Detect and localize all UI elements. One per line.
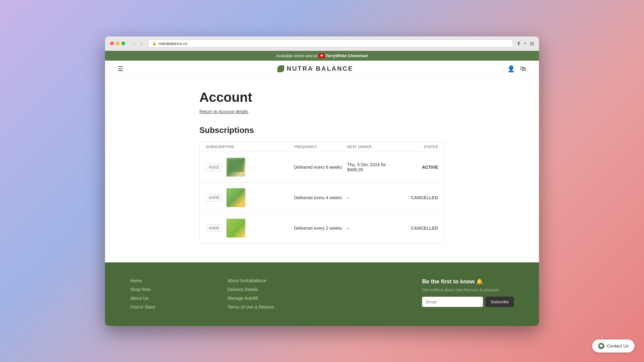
main-nav: ☰ NUTRA BALANCE 👤 🛍 bbox=[105, 61, 539, 77]
site-footer: Home Shop Now About Us Find in Store Abo… bbox=[105, 262, 539, 326]
subscription-frequency: Delivered every 6 weeks bbox=[294, 165, 347, 170]
footer-link-about-nutra[interactable]: About Nutrabalance bbox=[227, 278, 312, 283]
newsletter-form: Subscribe bbox=[422, 297, 514, 307]
subscription-status: CANCELLED bbox=[400, 226, 438, 231]
footer-col-2: About Nutrabalance Delivery Details Mana… bbox=[227, 278, 312, 313]
footer-link-home[interactable]: Home bbox=[130, 278, 215, 283]
browser-toolbar: ‹ › 🔒 nutrabalance.co ⬆ + ⊞ bbox=[105, 36, 539, 51]
address-bar[interactable]: 🔒 nutrabalance.co bbox=[148, 40, 513, 47]
forward-button[interactable]: › bbox=[139, 40, 144, 47]
newsletter-subtext: Get notified about new flavours & produc… bbox=[422, 288, 514, 292]
url-text: nutrabalance.co bbox=[158, 41, 188, 46]
partner-name: TerryWhite Chemmart bbox=[325, 53, 368, 58]
nav-icons: 👤 🛍 bbox=[507, 65, 526, 73]
logo-leaf-icon bbox=[277, 65, 284, 72]
tabs-icon[interactable]: ⊞ bbox=[530, 41, 534, 47]
footer-col-3 bbox=[325, 278, 409, 313]
subscription-id-cell: #1012 bbox=[206, 158, 294, 177]
subscription-id: #1033 bbox=[206, 194, 222, 201]
header-frequency: FREQUENCY bbox=[294, 145, 347, 149]
partner-icon: ✚ bbox=[319, 53, 324, 58]
footer-link-find[interactable]: Find in Store bbox=[130, 304, 215, 310]
header-status: STATUS bbox=[400, 145, 438, 149]
return-link[interactable]: Return to Account details bbox=[199, 109, 248, 114]
browser-window: ‹ › 🔒 nutrabalance.co ⬆ + ⊞ Available on… bbox=[105, 36, 539, 326]
product-image bbox=[226, 219, 245, 238]
banner-text: Available online and at bbox=[276, 53, 317, 58]
subscription-id: #1012 bbox=[206, 163, 222, 171]
subscription-status: CANCELLED bbox=[400, 195, 438, 200]
footer-link-about[interactable]: About Us bbox=[130, 296, 215, 301]
menu-icon[interactable]: ☰ bbox=[118, 65, 123, 73]
footer-link-terms[interactable]: Terms of Use & Returns bbox=[227, 304, 312, 310]
newsletter-email-input[interactable] bbox=[422, 297, 483, 307]
subscription-frequency: Delivered every 2 weeks bbox=[294, 226, 347, 231]
contact-us-bubble[interactable]: 💬 Contact Us bbox=[592, 339, 635, 353]
product-image bbox=[226, 188, 245, 207]
contact-bubble-icon: 💬 bbox=[598, 343, 604, 349]
footer-link-autofill[interactable]: Manage Autofill bbox=[227, 296, 312, 301]
account-icon[interactable]: 👤 bbox=[507, 65, 515, 73]
subscriptions-heading: Subscriptions bbox=[199, 125, 445, 135]
subscription-next-order: – bbox=[347, 195, 400, 200]
browser-dots bbox=[110, 41, 125, 45]
table-header: SUBSCRIPTION FREQUENCY NEXT ORDER STATUS bbox=[200, 142, 444, 152]
page-title: Account bbox=[199, 90, 445, 105]
browser-nav: ‹ › bbox=[131, 40, 144, 47]
lock-icon: 🔒 bbox=[152, 41, 157, 46]
product-image bbox=[226, 158, 245, 177]
footer-newsletter: Be the first to know 🔔 Get notified abou… bbox=[422, 278, 514, 313]
back-button[interactable]: ‹ bbox=[131, 40, 137, 47]
table-row[interactable]: #1033 Delivered every 4 weeks – CANCELLE… bbox=[200, 183, 444, 213]
subscription-next-order: – bbox=[347, 226, 400, 231]
subscription-id-cell: #1032 bbox=[206, 219, 294, 238]
header-next-order: NEXT ORDER bbox=[347, 145, 400, 149]
newsletter-heading: Be the first to know 🔔 bbox=[422, 278, 514, 285]
footer-link-delivery[interactable]: Delivery Details bbox=[227, 287, 312, 292]
footer-col-1: Home Shop Now About Us Find in Store bbox=[130, 278, 215, 313]
product-visual bbox=[226, 219, 245, 238]
subscription-next-order: Thu, 5 Dec 2024 for $406.05 bbox=[347, 162, 400, 172]
cart-icon[interactable]: 🛍 bbox=[520, 65, 526, 72]
browser-actions: ⬆ + ⊞ bbox=[517, 41, 534, 47]
newsletter-subscribe-button[interactable]: Subscribe bbox=[486, 297, 514, 307]
site-logo: NUTRA BALANCE bbox=[277, 65, 353, 72]
subscription-status: ACTIVE bbox=[400, 165, 438, 170]
table-row[interactable]: #1012 Delivered every 6 weeks Thu, 5 Dec… bbox=[200, 152, 444, 183]
subscription-frequency: Delivered every 4 weeks bbox=[294, 195, 347, 200]
main-content: Account Return to Account details Subscr… bbox=[105, 77, 539, 262]
product-visual bbox=[226, 158, 245, 177]
contact-bubble-label: Contact Us bbox=[607, 343, 629, 348]
product-visual bbox=[226, 188, 245, 207]
share-icon[interactable]: ⬆ bbox=[517, 41, 521, 47]
top-banner: Available online and at ✚ TerryWhite Che… bbox=[105, 51, 539, 61]
subscriptions-table: SUBSCRIPTION FREQUENCY NEXT ORDER STATUS… bbox=[199, 141, 445, 244]
subscription-id-cell: #1033 bbox=[206, 188, 294, 207]
logo-text: NUTRA BALANCE bbox=[287, 65, 353, 72]
new-tab-icon[interactable]: + bbox=[524, 41, 527, 47]
fullscreen-dot[interactable] bbox=[121, 41, 125, 45]
footer-link-shop[interactable]: Shop Now bbox=[130, 287, 215, 292]
header-subscription: SUBSCRIPTION bbox=[206, 145, 294, 149]
subscription-id: #1032 bbox=[206, 224, 222, 232]
page-content: Available online and at ✚ TerryWhite Che… bbox=[105, 51, 539, 326]
partner-logo: ✚ TerryWhite Chemmart bbox=[319, 53, 368, 58]
minimize-dot[interactable] bbox=[116, 41, 119, 45]
close-dot[interactable] bbox=[110, 41, 114, 45]
table-row[interactable]: #1032 Delivered every 2 weeks – CANCELLE… bbox=[200, 213, 444, 243]
